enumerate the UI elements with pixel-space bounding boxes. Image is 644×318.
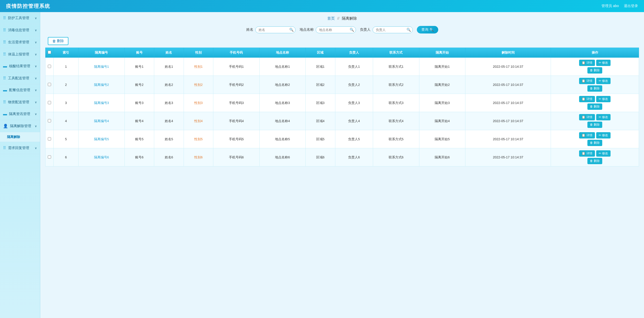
sidebar-label-tools: 工具配送管理 bbox=[8, 76, 29, 81]
row-start: 隔离开始6 bbox=[419, 148, 465, 166]
delete-button[interactable]: 🗑 删除 bbox=[587, 158, 602, 164]
delete-button[interactable]: 🗑 删除 bbox=[587, 122, 602, 128]
sidebar-label-protection: 防护工具管理 bbox=[8, 16, 29, 20]
row-index: 2 bbox=[54, 76, 78, 94]
edit-button[interactable]: ✏ 修改 bbox=[596, 132, 611, 138]
minus-icon: ▬ bbox=[3, 64, 7, 68]
search-button[interactable]: 查询 🔍 bbox=[417, 26, 438, 33]
edit-button[interactable]: ✏ 修改 bbox=[596, 150, 611, 157]
row-checkbox[interactable] bbox=[48, 83, 51, 86]
sidebar-label-disinfect: 消毒信息管理 bbox=[8, 28, 29, 32]
detail-button[interactable]: 📋 详情 bbox=[579, 132, 595, 138]
sidebar-label-isolation-release: 隔离解除管理 bbox=[10, 124, 31, 128]
row-area: 区域4 bbox=[306, 112, 335, 130]
batch-delete-button[interactable]: 🗑 删除 bbox=[48, 37, 68, 45]
sidebar-item-temp[interactable]: ⠿ 体温上报管理 ∨ bbox=[0, 48, 40, 60]
row-ops: 📋 详情 ✏ 修改 🗑 删除 bbox=[551, 148, 639, 166]
detail-button[interactable]: 📋 详情 bbox=[579, 150, 595, 157]
header-end: 解除时间 bbox=[465, 48, 551, 58]
search-btn-label: 查询 bbox=[421, 27, 428, 32]
chevron-down-icon: ∨ bbox=[35, 124, 37, 128]
row-contact: 联系方式5 bbox=[373, 130, 419, 148]
edit-button[interactable]: ✏ 修改 bbox=[596, 60, 611, 66]
row-isolation-no[interactable]: 隔离编号6 bbox=[78, 148, 125, 166]
row-isolation-no[interactable]: 隔离编号5 bbox=[78, 130, 125, 148]
row-name: 姓名2 bbox=[154, 76, 184, 94]
row-name: 姓名3 bbox=[154, 94, 184, 112]
sidebar-label-meals: 配餐信息管理 bbox=[9, 88, 30, 92]
table-row: 4 隔离编号4 账号4 姓名4 性别4 手机号码4 地点名称4 区域4 负责人4… bbox=[46, 112, 639, 130]
row-account: 账号3 bbox=[125, 94, 154, 112]
row-start: 隔离开始1 bbox=[419, 58, 465, 76]
edit-button[interactable]: ✏ 修改 bbox=[596, 78, 611, 84]
sidebar-item-tools[interactable]: ⠿ 工具配送管理 ∨ bbox=[0, 72, 40, 84]
row-area: 区域1 bbox=[306, 58, 335, 76]
sidebar-label-demand-recovery: 需求回复管理 bbox=[8, 146, 29, 150]
row-ops: 📋 详情 ✏ 修改 🗑 删除 bbox=[551, 112, 639, 130]
edit-button[interactable]: ✏ 修改 bbox=[596, 96, 611, 102]
chevron-down-icon: ∨ bbox=[35, 88, 37, 92]
main-content: 首页 // 隔离解除 姓名 🔍 地点名称 🔍 负责人 bbox=[40, 12, 644, 318]
row-checkbox[interactable] bbox=[48, 119, 51, 122]
delete-button[interactable]: 🗑 删除 bbox=[587, 140, 602, 146]
table-row: 5 隔离编号5 账号5 姓名5 性别5 手机号码5 地点名称5 区域5 负责人5… bbox=[46, 130, 639, 148]
row-area: 区域3 bbox=[306, 94, 335, 112]
sidebar-item-protection[interactable]: ⠿ 防护工具管理 ∨ bbox=[0, 12, 40, 24]
row-responsible: 负责人2 bbox=[335, 76, 373, 94]
detail-button[interactable]: 📋 详情 bbox=[579, 96, 595, 102]
sidebar-item-supplies[interactable]: ⠿ 物资配送管理 ∨ bbox=[0, 96, 40, 108]
action-bar: 🗑 删除 bbox=[40, 37, 644, 48]
chevron-down-icon: ∨ bbox=[35, 53, 37, 56]
delete-button[interactable]: 🗑 删除 bbox=[587, 103, 602, 110]
sidebar-item-living[interactable]: ⠿ 生活需求管理 ∨ bbox=[0, 36, 40, 48]
sidebar-item-disinfect[interactable]: ⠿ 消毒信息管理 ∨ bbox=[0, 24, 40, 36]
row-checkbox[interactable] bbox=[48, 137, 51, 140]
search-btn-icon: 🔍 bbox=[429, 28, 434, 32]
chevron-down-icon: ∨ bbox=[35, 28, 37, 32]
row-gender: 性别6 bbox=[184, 148, 213, 166]
row-checkbox[interactable] bbox=[48, 65, 51, 68]
row-checkbox[interactable] bbox=[48, 155, 51, 159]
sidebar-item-nucleic[interactable]: ▬ 核酸结果管理 ∨ bbox=[0, 60, 40, 72]
data-table: 索引 隔离编号 账号 姓名 性别 手机号码 地点名称 区域 负责人 联系方式 隔… bbox=[45, 48, 639, 166]
row-end: 2022-05-17 10:14:37 bbox=[465, 94, 551, 112]
sidebar-item-isolation-info[interactable]: ▬ 隔离资讯管理 ∨ bbox=[0, 108, 40, 120]
chevron-down-icon: ∨ bbox=[35, 16, 37, 20]
breadcrumb-home[interactable]: 首页 bbox=[327, 16, 335, 20]
logout-button[interactable]: 退出登录 bbox=[624, 4, 638, 8]
header-contact: 联系方式 bbox=[373, 48, 419, 58]
table-row: 6 隔离编号6 账号6 姓名6 性别6 手机号码6 地点名称6 区域6 负责人6… bbox=[46, 148, 639, 166]
row-account: 账号1 bbox=[125, 58, 154, 76]
detail-button[interactable]: 📋 详情 bbox=[579, 114, 595, 120]
sidebar-item-meals[interactable]: ▬ 配餐信息管理 ∨ bbox=[0, 84, 40, 96]
row-isolation-no[interactable]: 隔离编号1 bbox=[78, 58, 125, 76]
row-end: 2022-05-17 10:14:37 bbox=[465, 148, 551, 166]
sidebar-item-demand-recovery[interactable]: ⠿ 需求回复管理 ∨ bbox=[0, 142, 40, 154]
sidebar-item-isolation-release[interactable]: 👤 隔离解除管理 ∨ bbox=[0, 120, 40, 132]
detail-button[interactable]: 📋 详情 bbox=[579, 60, 595, 66]
detail-button[interactable]: 📋 详情 bbox=[579, 78, 595, 84]
table-wrap: 索引 隔离编号 账号 姓名 性别 手机号码 地点名称 区域 负责人 联系方式 隔… bbox=[40, 48, 644, 171]
row-isolation-no[interactable]: 隔离编号2 bbox=[78, 76, 125, 94]
row-isolation-no[interactable]: 隔离编号3 bbox=[78, 94, 125, 112]
grid-icon: ⠿ bbox=[3, 28, 6, 32]
edit-button[interactable]: ✏ 修改 bbox=[596, 114, 611, 120]
row-end: 2022-05-17 10:14:37 bbox=[465, 76, 551, 94]
responsible-input-wrap: 🔍 bbox=[373, 26, 413, 33]
sidebar-sub-item-isolation-release[interactable]: 隔离解除 bbox=[0, 132, 40, 142]
row-ops: 📋 详情 ✏ 修改 🗑 删除 bbox=[551, 76, 639, 94]
header-account: 账号 bbox=[125, 48, 154, 58]
delete-button[interactable]: 🗑 删除 bbox=[587, 67, 602, 74]
grid-icon: ⠿ bbox=[3, 76, 6, 81]
select-all-checkbox[interactable] bbox=[48, 51, 51, 54]
row-isolation-no[interactable]: 隔离编号4 bbox=[78, 112, 125, 130]
row-index: 4 bbox=[54, 112, 78, 130]
row-checkbox[interactable] bbox=[48, 101, 51, 104]
delete-button[interactable]: 🗑 删除 bbox=[587, 85, 602, 92]
row-responsible: 负责人1 bbox=[335, 58, 373, 76]
responsible-label: 负责人 bbox=[360, 27, 371, 32]
row-phone: 手机号码3 bbox=[213, 94, 260, 112]
delete-btn-label: 删除 bbox=[57, 39, 64, 43]
search-group-name: 姓名 🔍 bbox=[246, 26, 296, 33]
row-area: 区域5 bbox=[306, 130, 335, 148]
